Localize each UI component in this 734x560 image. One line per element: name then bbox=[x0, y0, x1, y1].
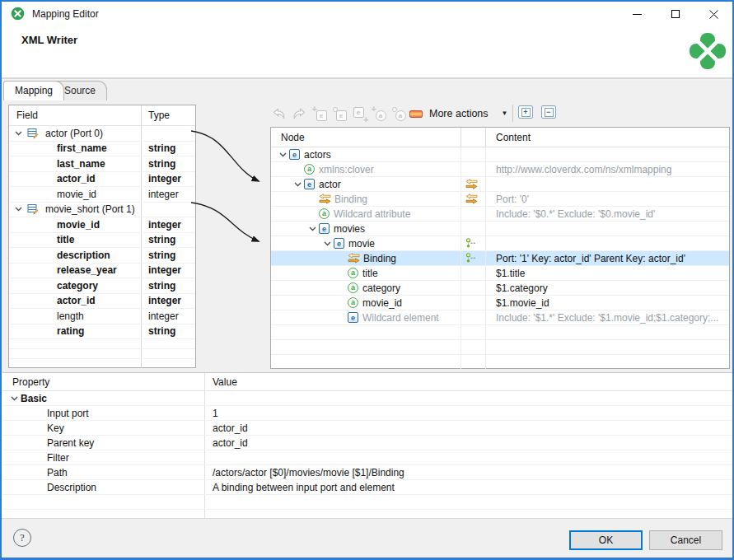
field-column-header: Field bbox=[9, 105, 142, 125]
chevron-down-icon[interactable] bbox=[276, 152, 289, 157]
chevron-down-icon[interactable] bbox=[7, 396, 21, 401]
collapse-all-button[interactable]: − bbox=[541, 105, 556, 119]
empty-row bbox=[271, 355, 729, 370]
binding-column-header bbox=[461, 128, 486, 147]
field-label: actor_id bbox=[9, 172, 142, 187]
more-actions-label: More actions bbox=[429, 108, 489, 119]
tree-row[interactable]: a title $1.title bbox=[271, 266, 729, 281]
minimize-button[interactable] bbox=[619, 2, 656, 26]
redo-button[interactable] bbox=[290, 105, 308, 122]
node-content: Port: '1' Key: actor_id' Parent Key: act… bbox=[486, 251, 729, 265]
property-row[interactable]: DescriptionA binding between input port … bbox=[2, 480, 733, 495]
table-row[interactable]: movie_idinteger bbox=[9, 217, 195, 233]
empty-row bbox=[9, 349, 195, 359]
element-icon: e bbox=[348, 312, 358, 323]
tree-header: Node Content bbox=[271, 128, 729, 147]
add-child-element-button[interactable]: +e bbox=[311, 105, 329, 122]
table-row[interactable]: actor_idinteger bbox=[9, 172, 195, 188]
property-row[interactable]: Parent keyactor_id bbox=[2, 436, 733, 450]
chevron-down-icon[interactable] bbox=[320, 241, 334, 246]
chevron-down-icon[interactable] bbox=[306, 226, 319, 231]
add-element-after-icon: e+ bbox=[352, 107, 367, 121]
field-label: rating bbox=[9, 324, 142, 339]
ok-button[interactable]: OK bbox=[569, 530, 643, 550]
clover-app-icon bbox=[11, 7, 25, 21]
chevron-down-icon[interactable] bbox=[12, 207, 25, 212]
chevron-down-icon[interactable] bbox=[291, 182, 304, 187]
property-value[interactable]: actor_id bbox=[205, 436, 733, 450]
property-group-label: Basic bbox=[21, 393, 47, 404]
field-type: integer bbox=[142, 217, 195, 232]
field-label: title bbox=[9, 233, 142, 248]
close-icon bbox=[709, 10, 718, 19]
tree-row[interactable]: a category $1.category bbox=[271, 281, 729, 296]
chevron-down-icon[interactable] bbox=[12, 131, 25, 136]
add-attribute-button[interactable]: +a bbox=[370, 105, 388, 122]
property-value[interactable]: 1 bbox=[205, 406, 733, 420]
tree-row[interactable]: e movies bbox=[271, 222, 729, 236]
tree-row[interactable]: e Wildcard element Include: '$1.*' Exclu… bbox=[271, 310, 729, 325]
tree-row-selected[interactable]: Binding Port: '1' Key: actor_id' Parent … bbox=[271, 251, 729, 266]
table-row[interactable]: movie_idinteger bbox=[9, 187, 195, 203]
property-value[interactable]: /actors/actor [$0]/movies/movie [$1]/Bin… bbox=[205, 465, 733, 479]
tree-row[interactable]: Binding Port: '0' bbox=[271, 192, 729, 207]
help-button[interactable]: ? bbox=[13, 529, 31, 547]
add-child-element-icon: +e bbox=[312, 107, 328, 121]
undo-button[interactable] bbox=[269, 105, 288, 122]
attribute-icon: a bbox=[348, 297, 358, 308]
tree-node-label: movie bbox=[348, 238, 375, 250]
field-type: integer bbox=[142, 294, 195, 309]
property-group-row[interactable]: Basic bbox=[2, 391, 733, 406]
empty-row bbox=[2, 495, 733, 510]
table-row[interactable]: lengthinteger bbox=[9, 309, 195, 324]
node-content bbox=[486, 177, 729, 191]
property-value[interactable]: A binding between input port and element bbox=[205, 480, 733, 494]
tab-mapping[interactable]: Mapping bbox=[3, 81, 64, 100]
tree-row[interactable]: a movie_id $1.movie_id bbox=[271, 296, 729, 310]
tree-node-label: movies bbox=[334, 223, 365, 235]
field-type: string bbox=[142, 233, 195, 248]
add-element-before-button[interactable]: e bbox=[330, 105, 348, 122]
tree-row[interactable]: e actors bbox=[271, 147, 729, 162]
close-button[interactable] bbox=[694, 2, 732, 26]
property-row[interactable]: Input port1 bbox=[2, 406, 733, 421]
tree-node-label: movie_id bbox=[362, 297, 402, 309]
field-label: actor_id bbox=[9, 294, 142, 309]
element-icon: e bbox=[304, 179, 315, 189]
tree-row[interactable]: a xmlns:clover http://www.cloverdx.com/n… bbox=[271, 162, 729, 177]
property-value[interactable] bbox=[205, 450, 733, 464]
add-wildcard-attribute-button[interactable]: a bbox=[390, 105, 408, 122]
property-row[interactable]: Path/actors/actor [$0]/movies/movie [$1]… bbox=[2, 465, 733, 480]
mapping-editor-dialog: Mapping Editor XML Writer Source Mapping bbox=[0, 0, 734, 560]
cancel-button[interactable]: Cancel bbox=[649, 530, 722, 550]
property-value[interactable]: actor_id bbox=[205, 421, 733, 435]
maximize-button[interactable] bbox=[657, 2, 694, 26]
property-row[interactable]: Filter bbox=[2, 450, 733, 465]
attribute-icon: a bbox=[319, 208, 330, 219]
add-element-after-button[interactable]: e+ bbox=[350, 105, 368, 122]
table-row[interactable]: titlestring bbox=[9, 233, 195, 249]
table-row[interactable]: release_yearinteger bbox=[9, 264, 195, 279]
maximize-icon bbox=[671, 10, 680, 18]
table-row[interactable]: categorystring bbox=[9, 278, 195, 294]
field-label: category bbox=[9, 278, 142, 293]
tree-row[interactable]: a Wildcard attribute Include: '$0.*' Exc… bbox=[271, 207, 729, 222]
property-row[interactable]: Keyactor_id bbox=[2, 421, 733, 436]
remove-icon[interactable] bbox=[409, 110, 423, 118]
table-row[interactable]: movie_short (Port 1) bbox=[9, 203, 195, 218]
window-title: Mapping Editor bbox=[32, 8, 99, 20]
table-row[interactable]: descriptionstring bbox=[9, 248, 195, 264]
more-actions-button[interactable]: More actions ▼ bbox=[425, 104, 512, 123]
property-column-header: Property bbox=[2, 373, 205, 390]
field-type: integer bbox=[142, 172, 195, 187]
expand-all-button[interactable]: + bbox=[518, 105, 533, 119]
cloverdx-logo bbox=[689, 32, 727, 70]
table-row[interactable]: ratingstring bbox=[9, 324, 195, 340]
tree-row[interactable]: e actor bbox=[271, 177, 729, 192]
table-row[interactable]: actor (Port 0) bbox=[9, 126, 195, 142]
table-row[interactable]: actor_idinteger bbox=[9, 294, 195, 310]
field-label: description bbox=[9, 248, 142, 263]
table-row[interactable]: first_namestring bbox=[9, 142, 195, 157]
table-row[interactable]: last_namestring bbox=[9, 156, 195, 172]
tree-row[interactable]: e movie bbox=[271, 236, 729, 251]
